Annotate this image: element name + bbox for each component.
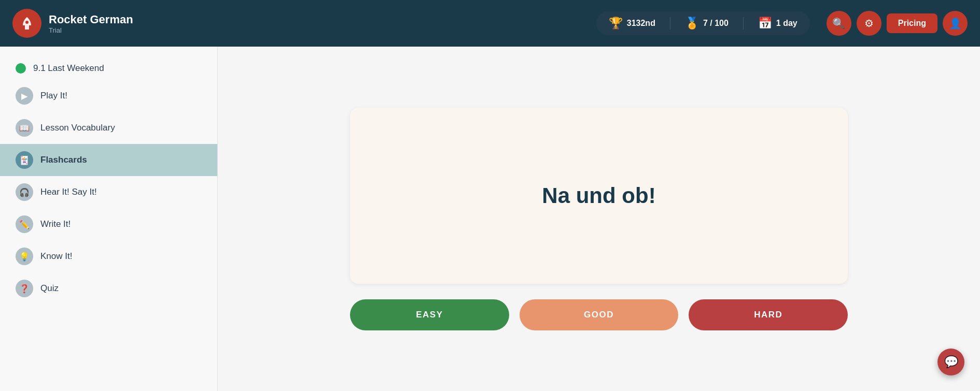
sidebar-item-label: Write It!	[40, 219, 71, 229]
streak-value: 1 day	[776, 19, 797, 28]
sidebar-item-label: Quiz	[40, 283, 59, 294]
logo-text: Rocket German Trial	[49, 13, 133, 34]
sidebar-item-write-it[interactable]: ✏️ Write It!	[0, 208, 217, 240]
chat-icon: 💬	[944, 355, 958, 369]
active-indicator	[16, 63, 26, 74]
stat-divider-2	[743, 17, 744, 30]
calendar-icon: 📅	[758, 17, 772, 30]
app-header: Rocket German Trial 🏆 3132nd 🏅 7 / 100 📅…	[0, 0, 980, 47]
rank-stat: 🏆 3132nd	[609, 17, 655, 30]
sidebar-item-label: Hear It! Say It!	[40, 187, 97, 197]
section-title: 9.1 Last Weekend	[33, 63, 104, 74]
rank-value: 3132nd	[627, 19, 655, 28]
action-buttons: EASY GOOD HARD	[350, 299, 848, 330]
sidebar-item-lesson-vocab[interactable]: 📖 Lesson Vocabulary	[0, 112, 217, 144]
flashcard[interactable]: Na und ob!	[350, 108, 848, 284]
app-subtitle: Trial	[49, 26, 133, 34]
stats-bar: 🏆 3132nd 🏅 7 / 100 📅 1 day	[596, 11, 810, 35]
user-button[interactable]: 👤	[943, 11, 968, 36]
sidebar-item-hear-it-say-it[interactable]: 🎧 Hear It! Say It!	[0, 176, 217, 208]
flashcard-text: Na und ob!	[542, 183, 655, 208]
rank-icon: 🏆	[609, 17, 623, 30]
streak-stat: 📅 1 day	[758, 17, 797, 30]
sidebar-item-label: Lesson Vocabulary	[40, 123, 115, 133]
hear-it-icon: 🎧	[16, 183, 33, 201]
search-icon: 🔍	[832, 17, 845, 30]
search-button[interactable]: 🔍	[827, 11, 851, 36]
header-actions: 🔍 ⚙ Pricing 👤	[827, 11, 968, 36]
score-value: 7 / 100	[703, 19, 729, 28]
sidebar-item-label: Play It!	[40, 91, 67, 101]
content-area: Na und ob! EASY GOOD HARD	[218, 47, 980, 391]
main-layout: 9.1 Last Weekend ▶ Play It! 📖 Lesson Voc…	[0, 47, 980, 391]
gear-icon: ⚙	[864, 17, 874, 30]
lesson-vocab-icon: 📖	[16, 119, 33, 137]
logo-area: Rocket German Trial	[12, 9, 133, 38]
stat-divider-1	[670, 17, 670, 30]
sidebar-section-header[interactable]: 9.1 Last Weekend	[0, 57, 217, 80]
chat-bubble-button[interactable]: 💬	[937, 349, 964, 375]
pricing-button[interactable]: Pricing	[887, 13, 937, 33]
know-it-icon: 💡	[16, 248, 33, 265]
easy-button[interactable]: EASY	[350, 299, 509, 330]
play-it-icon: ▶	[16, 87, 33, 105]
good-button[interactable]: GOOD	[520, 299, 679, 330]
medal-icon: 🏅	[685, 17, 699, 30]
sidebar-item-quiz[interactable]: ❓ Quiz	[0, 272, 217, 305]
app-name: Rocket German	[49, 13, 133, 26]
sidebar-item-label: Know It!	[40, 251, 72, 262]
user-icon: 👤	[949, 17, 962, 30]
sidebar-item-label: Flashcards	[40, 155, 87, 165]
logo-icon	[12, 9, 41, 38]
write-it-icon: ✏️	[16, 215, 33, 233]
quiz-icon: ❓	[16, 280, 33, 297]
score-stat: 🏅 7 / 100	[685, 17, 729, 30]
sidebar-item-play-it[interactable]: ▶ Play It!	[0, 80, 217, 112]
sidebar: 9.1 Last Weekend ▶ Play It! 📖 Lesson Voc…	[0, 47, 218, 391]
settings-button[interactable]: ⚙	[857, 11, 881, 36]
hard-button[interactable]: HARD	[689, 299, 848, 330]
sidebar-item-flashcards[interactable]: 🃏 Flashcards	[0, 144, 217, 176]
sidebar-item-know-it[interactable]: 💡 Know It!	[0, 240, 217, 272]
flashcards-icon: 🃏	[16, 151, 33, 169]
svg-point-0	[25, 21, 29, 24]
